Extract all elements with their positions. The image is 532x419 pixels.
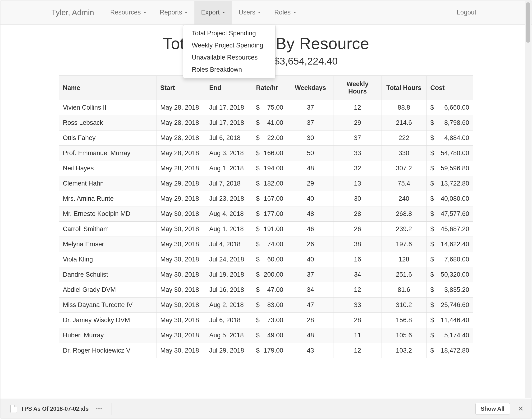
cell-rate: $75.00	[252, 100, 287, 115]
cell-cost: $54,780.00	[427, 146, 473, 161]
cell-rate: $83.00	[252, 298, 287, 313]
col-header-weekly-hours[interactable]: Weekly Hours	[334, 76, 381, 100]
show-all-button[interactable]: Show All	[475, 403, 510, 415]
cell-weekly-hours: 34	[334, 267, 381, 282]
file-icon	[11, 405, 17, 413]
cell-rate: $22.00	[252, 131, 287, 146]
cell-weekly-hours: 33	[334, 146, 381, 161]
table-row: Hubert MurrayMay 30, 2018Aug 5, 2018$49.…	[59, 328, 473, 343]
table-row: Prof. Emmanuel MurrayMay 28, 2018Aug 3, …	[59, 146, 473, 161]
download-chip[interactable]: TPS As Of 2018-07-02.xls	[6, 402, 107, 415]
cell-weekly-hours: 11	[334, 328, 381, 343]
cell-end: Aug 5, 2018	[205, 328, 252, 343]
cell-total-hours: 197.6	[381, 237, 426, 252]
cell-total-hours: 240	[381, 191, 426, 206]
cell-end: Aug 1, 2018	[205, 222, 252, 237]
cell-name: Mr. Ernesto Koelpin MD	[59, 206, 156, 222]
cell-total-hours: 310.2	[381, 298, 426, 313]
col-header-cost[interactable]: Cost	[427, 76, 473, 100]
cell-start: May 30, 2018	[156, 343, 205, 358]
cell-rate: $167.00	[252, 191, 287, 206]
cell-name: Dandre Schulist	[59, 267, 156, 282]
close-icon[interactable]: ✕	[516, 403, 526, 414]
col-header-name[interactable]: Name	[59, 76, 156, 100]
cell-name: Dr. Jamey Wisoky DVM	[59, 313, 156, 328]
cell-name: Mrs. Amina Runte	[59, 191, 156, 206]
cell-rate: $73.00	[252, 313, 287, 328]
cell-rate: $60.00	[252, 252, 287, 267]
logout-link[interactable]: Logout	[450, 1, 483, 25]
col-header-start[interactable]: Start	[156, 76, 205, 100]
cell-cost: $4,884.00	[427, 131, 473, 146]
download-bar: TPS As Of 2018-07-02.xls Show All ✕	[0, 399, 532, 419]
export-option[interactable]: Total Project Spending	[183, 27, 275, 39]
cell-weekly-hours: 12	[334, 100, 381, 115]
cell-total-hours: 214.6	[381, 115, 426, 131]
cell-total-hours: 156.8	[381, 313, 426, 328]
cell-total-hours: 330	[381, 146, 426, 161]
cell-weekdays: 40	[287, 252, 334, 267]
cell-weekdays: 48	[287, 206, 334, 222]
cell-start: May 30, 2018	[156, 328, 205, 343]
cell-cost: $40,080.00	[427, 191, 473, 206]
col-header-weekdays[interactable]: Weekdays	[287, 76, 334, 100]
export-option[interactable]: Weekly Project Spending	[183, 39, 275, 52]
cell-weekly-hours: 30	[334, 191, 381, 206]
cell-start: May 28, 2018	[156, 161, 205, 176]
nav-item-export[interactable]: Export	[194, 1, 232, 25]
spending-table: Name Start End Rate/hr Weekdays Weekly H…	[59, 76, 473, 358]
cell-weekly-hours: 38	[334, 237, 381, 252]
navbar-brand[interactable]: Tyler, Admin	[51, 8, 104, 17]
scrollbar-thumb[interactable]	[526, 2, 530, 43]
col-header-total-hours[interactable]: Total Hours	[381, 76, 426, 100]
table-row: Dr. Roger Hodkiewicz VMay 30, 2018Jul 29…	[59, 343, 473, 358]
nav-item-resources[interactable]: Resources	[104, 1, 153, 25]
nav-item-reports[interactable]: Reports	[153, 1, 195, 25]
nav-item-label: Reports	[160, 9, 182, 16]
caret-down-icon	[184, 12, 188, 13]
cell-weekdays: 30	[287, 131, 334, 146]
cell-weekly-hours: 29	[334, 115, 381, 131]
cell-total-hours: 103.2	[381, 343, 426, 358]
export-option[interactable]: Unavailable Resources	[183, 52, 275, 64]
cell-rate: $179.00	[252, 343, 287, 358]
cell-rate: $166.00	[252, 146, 287, 161]
table-row: Abdiel Grady DVMMay 30, 2018Jul 16, 2018…	[59, 282, 473, 298]
table-row: Neil HayesMay 28, 2018Aug 1, 2018$194.00…	[59, 161, 473, 176]
caret-down-icon	[143, 12, 147, 13]
cell-name: Prof. Emmanuel Murray	[59, 146, 156, 161]
cell-weekly-hours: 28	[334, 206, 381, 222]
cell-end: Jul 4, 2018	[205, 237, 252, 252]
cell-name: Hubert Murray	[59, 328, 156, 343]
download-more-icon[interactable]	[95, 407, 103, 411]
cell-weekdays: 26	[287, 237, 334, 252]
cell-start: May 29, 2018	[156, 191, 205, 206]
table-row: Dandre SchulistMay 30, 2018Jul 19, 2018$…	[59, 267, 473, 282]
cell-start: May 28, 2018	[156, 115, 205, 131]
cell-start: May 30, 2018	[156, 206, 205, 222]
nav-item-roles[interactable]: Roles	[268, 1, 303, 25]
scrollbar-track[interactable]	[525, 1, 531, 398]
cell-cost: $5,174.40	[427, 328, 473, 343]
cell-weekdays: 37	[287, 267, 334, 282]
col-header-end[interactable]: End	[205, 76, 252, 100]
caret-down-icon	[293, 12, 296, 13]
table-row: Ross LebsackMay 28, 2018Jul 17, 2018$41.…	[59, 115, 473, 131]
nav-item-users[interactable]: Users	[232, 1, 268, 25]
cell-start: May 29, 2018	[156, 176, 205, 191]
export-option[interactable]: Roles Breakdown	[183, 64, 275, 76]
table-row: Miss Dayana Turcotte IVMay 30, 2018Aug 2…	[59, 298, 473, 313]
col-header-rate[interactable]: Rate/hr	[252, 76, 287, 100]
cell-total-hours: 88.8	[381, 100, 426, 115]
cell-rate: $177.00	[252, 206, 287, 222]
cell-start: May 30, 2018	[156, 282, 205, 298]
cell-end: Jul 17, 2018	[205, 115, 252, 131]
cell-weekly-hours: 37	[334, 131, 381, 146]
cell-weekly-hours: 12	[334, 282, 381, 298]
cell-start: May 30, 2018	[156, 222, 205, 237]
cell-total-hours: 222	[381, 131, 426, 146]
table-row: Clement HahnMay 29, 2018Jul 7, 2018$182.…	[59, 176, 473, 191]
cell-rate: $49.00	[252, 328, 287, 343]
nav-item-label: Export	[201, 9, 219, 16]
cell-weekdays: 50	[287, 146, 334, 161]
